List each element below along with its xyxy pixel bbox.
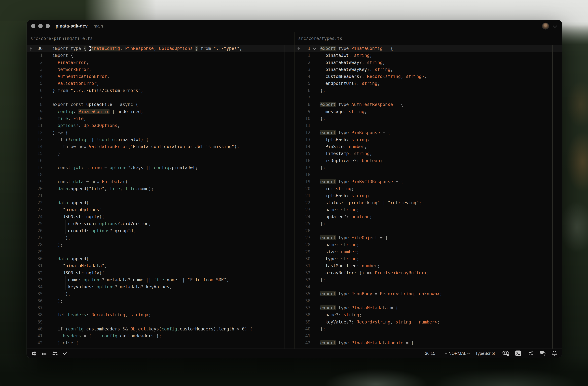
code-line[interactable]: 1import { [27, 52, 294, 59]
line-number[interactable]: 37 [294, 305, 310, 311]
collaboration-icon[interactable] [52, 351, 58, 356]
code-line[interactable]: 22 status: "prechecking" | "retrieving"; [294, 199, 562, 206]
code-line[interactable]: 13 if (!config || !config.pinataJwt) { [27, 136, 294, 143]
code-line[interactable]: 3 NetworkError, [27, 66, 294, 73]
line-number[interactable]: 6 [294, 87, 310, 94]
code-line[interactable]: 8export const uploadFile = async ( [27, 101, 294, 108]
code-line[interactable]: 16 [27, 157, 294, 164]
line-number[interactable]: 32 [294, 269, 310, 276]
line-number[interactable]: 20 [27, 185, 43, 192]
code-line[interactable]: 30 data.append( [27, 255, 294, 262]
copilot-icon[interactable] [502, 350, 509, 356]
code-line[interactable]: 1export type PinataConfig = { [294, 45, 562, 52]
line-number[interactable]: 36 [27, 45, 43, 52]
line-number[interactable]: 16 [27, 157, 43, 164]
code-line[interactable]: 2 PinataError, [27, 59, 294, 66]
code-line[interactable]: 16 isDuplicate?: boolean; [294, 157, 562, 164]
code-line[interactable]: 37export type PinataMetadata = { [294, 305, 562, 311]
code-line[interactable]: 10}; [294, 115, 562, 122]
fold-chevron-icon[interactable] [313, 47, 316, 50]
line-number[interactable]: 22 [27, 199, 43, 206]
code-line[interactable]: 33}; [294, 276, 562, 283]
line-number[interactable]: 30 [27, 255, 43, 262]
line-number[interactable]: 38 [294, 311, 310, 318]
scrollbar-track[interactable] [552, 45, 553, 348]
code-line[interactable]: 40}; [294, 325, 562, 332]
line-number[interactable]: 11 [294, 122, 310, 129]
line-number[interactable]: 25 [294, 220, 310, 227]
line-number[interactable]: 15 [294, 150, 310, 157]
code-line[interactable]: 12) => { [27, 129, 294, 136]
line-number[interactable]: 42 [294, 339, 310, 346]
cursor-position[interactable]: 36:15 [425, 351, 435, 356]
line-number[interactable]: 4 [27, 73, 43, 80]
code-line[interactable]: 36 ); [27, 297, 294, 305]
line-number[interactable]: 27 [27, 234, 43, 241]
code-line[interactable]: 5 ValidationError, [27, 80, 294, 87]
line-number[interactable]: 37 [27, 305, 43, 311]
line-number[interactable]: 26 [294, 227, 310, 234]
line-number[interactable]: 19 [27, 178, 43, 185]
project-panel-icon[interactable] [31, 351, 37, 356]
terminal-icon[interactable] [515, 350, 521, 356]
line-number[interactable]: 3 [27, 66, 43, 73]
line-number[interactable]: 13 [27, 136, 43, 143]
line-number[interactable]: 40 [294, 325, 310, 332]
user-avatar[interactable] [542, 22, 549, 30]
code-line[interactable]: 28 name: string; [294, 241, 562, 248]
code-line[interactable]: 42export type PinataMetadataUpdate = { [294, 339, 562, 346]
code-line[interactable]: 21 ipfsHash: string; [294, 192, 562, 199]
code-line[interactable]: 29 [27, 248, 294, 255]
scrollbar-track[interactable] [285, 45, 285, 348]
code-line[interactable]: 35export type JsonBody = Record<string, … [294, 290, 562, 297]
line-number[interactable]: 8 [27, 101, 43, 108]
code-editor-left[interactable]: 36import type { PinataConfig, PinRespons… [27, 45, 294, 348]
code-line[interactable]: 24 JSON.stringify({ [27, 213, 294, 220]
line-number[interactable]: 35 [294, 290, 310, 297]
line-number[interactable]: 34 [27, 283, 43, 290]
line-number[interactable]: 39 [294, 319, 310, 325]
line-number[interactable]: 36 [294, 297, 310, 305]
code-line[interactable]: 21 [27, 192, 294, 199]
line-number[interactable]: 36 [27, 297, 43, 305]
code-line[interactable]: 18 [27, 171, 294, 178]
line-number[interactable]: 21 [294, 192, 310, 199]
code-line[interactable]: 27export type FileObject = { [294, 234, 562, 241]
breadcrumb[interactable]: src/core/types.ts [294, 32, 562, 45]
line-number[interactable]: 41 [27, 332, 43, 339]
code-line[interactable]: 9 message: string; [294, 108, 562, 115]
code-line[interactable]: 39 [27, 319, 294, 325]
line-number[interactable]: 25 [27, 220, 43, 227]
code-line[interactable]: 4 AuthenticationError, [27, 73, 294, 80]
code-line[interactable]: 1 pinataJwt: string; [294, 52, 562, 59]
diagnostics-check-icon[interactable] [63, 351, 67, 356]
outline-panel-icon[interactable] [42, 351, 47, 356]
git-branch-label[interactable]: main [94, 23, 103, 29]
line-number[interactable]: 27 [294, 234, 310, 241]
line-number[interactable]: 17 [27, 164, 43, 171]
line-number[interactable]: 31 [27, 262, 43, 269]
line-number[interactable]: 10 [294, 115, 310, 122]
code-line[interactable]: 5 endpointUrl?: string; [294, 80, 562, 87]
chat-icon[interactable] [539, 350, 546, 356]
line-number[interactable]: 15 [27, 150, 43, 157]
code-line[interactable]: 35 }), [27, 290, 294, 297]
code-line[interactable]: 14 PinSize: number; [294, 143, 562, 150]
line-number[interactable]: 18 [27, 171, 43, 178]
code-line[interactable]: 11 [294, 122, 562, 129]
code-line[interactable]: 20 data.append("file", file, file.name); [27, 185, 294, 192]
code-line[interactable]: 41 [294, 332, 562, 339]
line-number[interactable]: 39 [27, 319, 43, 325]
line-number[interactable]: 8 [294, 101, 310, 108]
line-number[interactable]: 5 [294, 80, 310, 87]
code-line[interactable]: 2 pinataGateway?: string; [294, 59, 562, 66]
line-number[interactable]: 30 [294, 255, 310, 262]
line-number[interactable]: 19 [294, 178, 310, 185]
line-number[interactable]: 38 [27, 311, 43, 318]
line-number[interactable]: 6 [27, 87, 43, 94]
code-line[interactable]: 34 [294, 283, 562, 290]
code-line[interactable]: 6} from "../../utils/custom-errors"; [27, 87, 294, 94]
line-number[interactable]: 28 [294, 241, 310, 248]
line-number[interactable]: 40 [27, 325, 43, 332]
line-number[interactable]: 20 [294, 185, 310, 192]
